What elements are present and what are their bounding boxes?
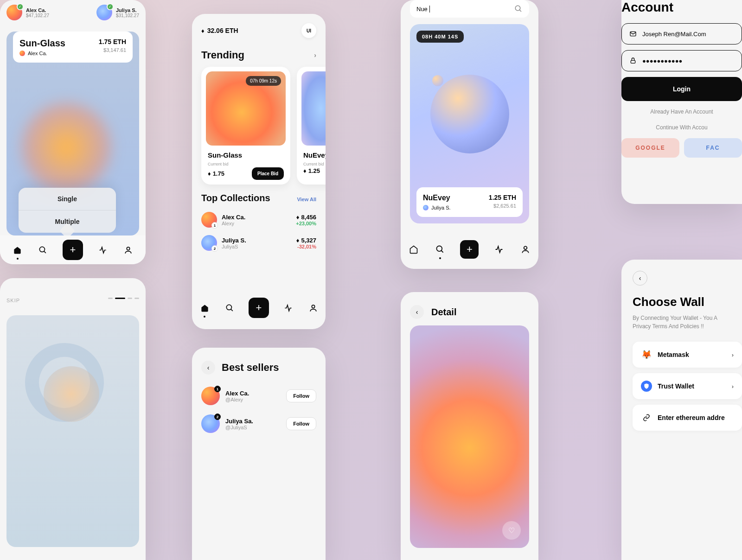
password-value: ●●●●●●●●●●●	[642, 57, 682, 64]
countdown-badge: 07h 09m 12s	[246, 76, 281, 86]
collection-row[interactable]: 1 Alex Ca. Alexy ♦8,456 +23,00%	[192, 208, 326, 231]
screen-detail: ‹ Detail ♡	[401, 292, 538, 560]
skip-button[interactable]: SKIP	[6, 298, 20, 303]
seller-handle: @Alexy	[225, 397, 281, 402]
back-button[interactable]: ‹	[201, 361, 215, 375]
nft-price: 1.25 ETH	[489, 194, 516, 201]
view-all-link[interactable]: View All	[297, 197, 316, 202]
dot	[108, 298, 113, 299]
nft-creator: Juliya S.	[423, 205, 451, 210]
follow-button[interactable]: Follow	[286, 389, 316, 402]
link-icon	[641, 412, 652, 423]
bid-label: Current bid	[301, 160, 326, 167]
user-amount: $47,102.27	[26, 13, 49, 18]
user-badge-1[interactable]: ✓ Alex Ca. $47,102.27	[6, 5, 49, 20]
svg-line-1	[44, 251, 46, 253]
svg-point-3	[226, 305, 231, 310]
follow-button[interactable]: Follow	[286, 417, 316, 430]
tab-activity[interactable]	[282, 302, 294, 314]
top-collections-title: Top Collections	[201, 193, 270, 204]
svg-point-2	[127, 247, 129, 250]
seller-handle: @JuliyaS	[225, 425, 281, 430]
google-button[interactable]: GOOGLE	[621, 138, 679, 158]
favorite-button[interactable]: ♡	[502, 521, 521, 540]
screen-marketplace: ♦ 32.06 ETH UI Trending › 07h 09m 12s Su…	[192, 14, 326, 329]
tab-home[interactable]	[408, 243, 420, 255]
mail-icon	[629, 30, 637, 38]
nft-title: NuEvey	[423, 194, 451, 202]
seller-name: Alex Ca.	[225, 390, 281, 397]
back-button[interactable]: ‹	[410, 305, 424, 319]
tab-search[interactable]	[37, 244, 49, 256]
search-text: Nue	[416, 6, 430, 13]
tab-add-button[interactable]: +	[249, 298, 269, 318]
svg-point-0	[40, 247, 45, 252]
nft-title: Sun-Glass	[19, 38, 65, 49]
ethereum-icon: ♦	[296, 214, 300, 221]
nft-info-card: NuEvey Juliya S. 1.25 ETH $2,625.61	[416, 187, 523, 217]
seller-name: Juliya Sa.	[225, 418, 281, 425]
trending-carousel[interactable]: 07h 09m 12s Sun-Glass Current bid ♦1.75 …	[192, 67, 326, 185]
trending-card[interactable]: NuEvey Current bid ♦1.25	[297, 67, 326, 185]
email-field[interactable]: Joseph Ren@Mail.Com	[621, 23, 742, 45]
email-value: Joseph Ren@Mail.Com	[642, 31, 706, 38]
balance-value: 32.06 ETH	[207, 27, 238, 34]
collection-value: ♦8,456	[296, 214, 316, 221]
ethereum-icon: ♦	[201, 27, 205, 34]
tab-profile[interactable]	[519, 243, 531, 255]
trending-card[interactable]: 07h 09m 12s Sun-Glass Current bid ♦1.75 …	[201, 67, 290, 185]
popup-single[interactable]: Single	[19, 188, 116, 210]
tab-search[interactable]	[224, 302, 236, 314]
already-have-account[interactable]: Already Have An Account	[621, 101, 742, 122]
back-button[interactable]: ‹	[633, 271, 647, 286]
collection-row[interactable]: 2 Juliya S. JuliyaS ♦5,327 -32,01%	[192, 231, 326, 255]
verified-icon: ✓	[17, 3, 24, 10]
screen-best-sellers: ‹ Best sellers 1 Alex Ca. @Alexy Follow …	[192, 348, 326, 560]
tab-search[interactable]	[434, 243, 446, 255]
tab-profile[interactable]	[307, 302, 319, 314]
gradient-glow	[20, 101, 113, 194]
nft-info-card[interactable]: Sun-Glass Alex Ca. 1.75 ETH $3,147.61	[13, 32, 133, 63]
password-field[interactable]: ●●●●●●●●●●●	[621, 50, 742, 71]
page-header: ‹ Best sellers	[192, 348, 326, 382]
screen-login: Account Joseph Ren@Mail.Com ●●●●●●●●●●● …	[621, 0, 742, 204]
wallet-metamask[interactable]: 🦊 Metamask ›	[633, 342, 742, 368]
tab-activity[interactable]	[493, 243, 505, 255]
svg-point-8	[436, 246, 442, 252]
wallet-name: Enter ethereum addre	[658, 414, 725, 421]
user-badge-2[interactable]: ✓ Juliya S. $31,102.27	[96, 5, 139, 20]
seller-row[interactable]: 1 Alex Ca. @Alexy Follow	[192, 382, 326, 410]
tab-home[interactable]	[198, 302, 211, 314]
svg-point-10	[524, 246, 527, 249]
tab-add-button[interactable]: +	[63, 240, 83, 260]
top-collections-header: Top Collections View All	[192, 185, 326, 208]
ethereum-icon: ♦	[208, 170, 211, 177]
sphere-shape	[44, 366, 99, 422]
tab-profile[interactable]	[122, 244, 134, 256]
svg-line-4	[230, 309, 232, 311]
chevron-right-icon[interactable]: ›	[314, 51, 316, 59]
place-bid-button[interactable]: Place Bid	[252, 167, 284, 180]
wallet-address[interactable]: Enter ethereum addre	[633, 405, 742, 431]
tab-activity[interactable]	[96, 244, 109, 256]
screen-choose-wallet: ‹ Choose Wall By Connecting Your Wallet …	[621, 260, 742, 560]
pct-change: +23,00%	[296, 221, 316, 226]
tab-add-button[interactable]: +	[460, 240, 479, 259]
screen-onboarding: SKIP	[0, 278, 146, 560]
facebook-button[interactable]: FAC	[684, 138, 742, 158]
ui-badge[interactable]: UI	[301, 23, 316, 38]
seller-row[interactable]: 2 Juliya Sa. @JuliyaS Follow	[192, 410, 326, 438]
nft-hero[interactable]: 08H 40M 14S NuEvey Juliya S. 1.25 ETH $2…	[410, 24, 529, 223]
login-button[interactable]: Login	[621, 77, 742, 101]
page-title: Best sellers	[222, 362, 279, 374]
metamask-icon: 🦊	[641, 349, 652, 360]
wallet-trust[interactable]: Trust Wallet ›	[633, 373, 742, 399]
search-input[interactable]: Nue	[410, 0, 529, 18]
collection-handle: Alexy	[222, 221, 291, 226]
screen-home-create: ✓ Alex Ca. $47,102.27 ✓ Juliya S. $31,10…	[0, 0, 146, 264]
eth-balance[interactable]: ♦ 32.06 ETH	[201, 27, 238, 34]
svg-line-7	[519, 10, 521, 12]
svg-point-5	[312, 305, 314, 308]
tab-home[interactable]	[12, 244, 24, 256]
page-title: Account	[621, 0, 742, 23]
